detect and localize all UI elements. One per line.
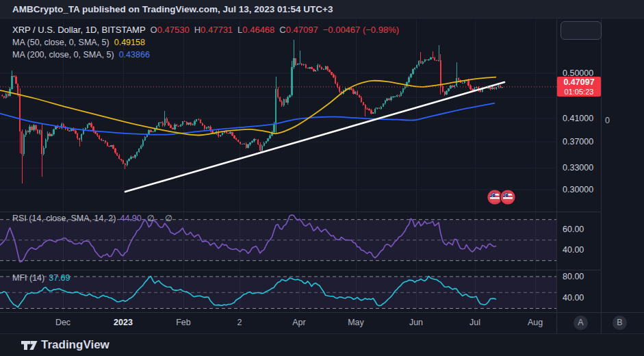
price-axis[interactable]: 0.500000.410000.370000.330000.3000060.00… [556,19,601,312]
us-flag-icon[interactable] [489,191,501,203]
time-axis-label: Apr [292,317,305,328]
ohlc-letter: H [194,25,201,35]
ohlc-values: O0.47530H0.47731L0.46468C0.47097 [146,25,318,35]
last-price-value: 0.47097 [557,77,601,88]
symbol-legend-row[interactable]: XRP / U.S. Dollar, 1D, BITSTAMPO0.47530H… [12,24,399,36]
ma50-label: MA (50, close, 0, SMA, 5) [12,38,110,47]
rsi-axis-label: 60.00 [563,225,584,235]
mfi-value: 37.69 [49,273,70,283]
ohlc-value: 0.47530 [157,25,190,35]
footer-bar: TradingView [0,333,644,356]
ohlc-value: 0.47731 [201,25,233,35]
ma200-legend-row[interactable]: MA (200, close, 0, SMA, 5)0.43866 [12,49,399,61]
ohlc-value: 0.47097 [286,25,318,35]
change-value: −0.00467 (−0.98%) [323,25,399,35]
price-axis-label: 0.30000 [563,185,593,195]
mfi-axis-label: 80.00 [563,272,584,282]
mfi-legend-row[interactable]: MFI (14)37.69 [12,273,70,283]
us-flag-stickers[interactable] [489,190,515,205]
time-axis-label: 2023 [114,317,133,328]
tradingview-logo-icon[interactable] [21,340,38,352]
time-axis-label: Dec [55,317,70,328]
ma50-legend-row[interactable]: MA (50, close, 0, SMA, 5)0.49158 [12,36,399,49]
rsi-label: RSI (14, close, SMA, 14, 2) [12,214,116,223]
rsi-value: 44.90 [120,214,141,223]
time-axis-label: 2 [237,317,242,328]
rsi-axis-label: 40.00 [563,245,584,255]
time-axis[interactable]: Dec2023Feb2AprMayJunJulAug [0,312,644,333]
right-margin-column [601,19,644,312]
publish-text: AMBCrypto_TA published on TradingView.co… [12,4,333,14]
publish-banner: AMBCrypto_TA published on TradingView.co… [0,0,644,18]
chart-legend: XRP / U.S. Dollar, 1D, BITSTAMPO0.47530H… [12,24,399,61]
ma200-value: 0.43866 [119,50,150,60]
ma50-value: 0.49158 [114,38,145,47]
candlestick-series[interactable] [1,40,503,184]
price-axis-label: 0.33000 [563,163,593,173]
symbol-title: XRP / U.S. Dollar, 1D, BITSTAMP [12,25,146,35]
time-axis-label: Jul [469,317,480,328]
last-price-badge: 0.47097 01:05:23 [557,77,601,97]
zero-scale-label: 0 [605,116,610,125]
us-flag-icon[interactable] [500,190,515,205]
ohlc-letter: O [151,25,157,35]
time-axis-label: Jun [409,317,423,328]
published-chart-page: AMBCrypto_TA published on TradingView.co… [0,0,644,356]
rsi-legend-row[interactable]: RSI (14, close, SMA, 14, 2)44.90∅ ∅ [12,214,177,223]
indicator-band [0,277,556,309]
corner-button-a[interactable]: A [574,316,588,330]
mfi-label: MFI (14) [12,273,44,283]
time-axis-label: Feb [176,317,191,328]
time-axis-label: May [348,317,364,328]
grid-lines [0,19,556,312]
tradingview-brand-text[interactable]: TradingView [41,338,110,352]
rsi-null-values: ∅ ∅ [147,214,177,223]
price-axis-label: 0.41000 [563,114,593,124]
corner-button-b[interactable]: B [613,316,627,330]
mfi-axis-label: 40.00 [563,293,584,303]
time-axis-label: Aug [528,317,543,328]
price-axis-label: 0.37000 [563,137,593,147]
ohlc-value: 0.46468 [242,25,274,35]
bar-countdown: 01:05:23 [557,88,601,96]
ma200-label: MA (200, close, 0, SMA, 5) [12,50,114,60]
trendline-drawing[interactable] [125,82,504,192]
ohlc-letter: C [279,25,285,35]
